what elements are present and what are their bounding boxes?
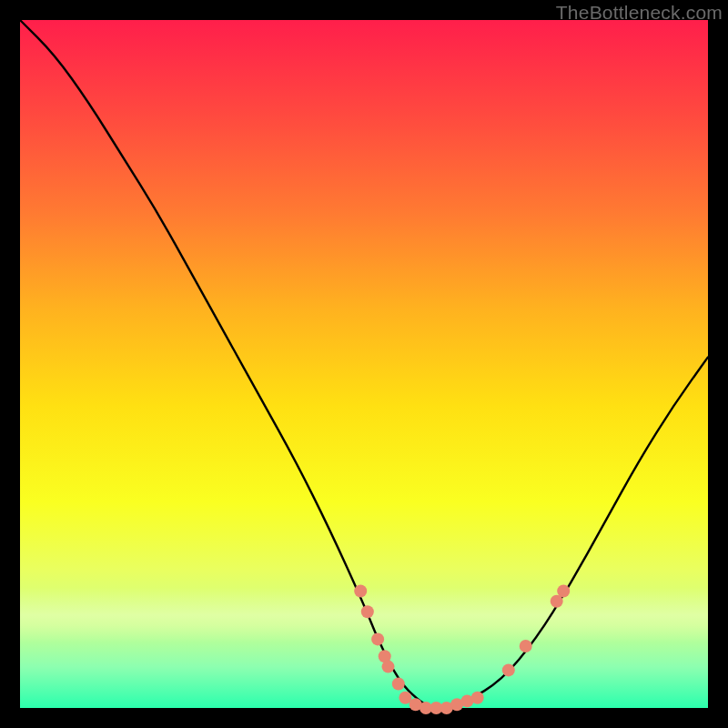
data-marker bbox=[382, 661, 395, 673]
data-marker bbox=[392, 678, 405, 691]
data-marker bbox=[502, 663, 515, 676]
data-marker bbox=[361, 605, 374, 618]
curve-layer bbox=[20, 20, 708, 708]
data-marker bbox=[557, 585, 570, 598]
chart-frame: TheBottleneck.com bbox=[0, 0, 728, 728]
marker-layer bbox=[354, 585, 570, 715]
data-marker bbox=[471, 692, 484, 704]
data-marker bbox=[371, 632, 384, 645]
bottleneck-curve bbox=[20, 20, 708, 708]
data-marker bbox=[354, 585, 367, 598]
data-marker bbox=[520, 640, 532, 652]
